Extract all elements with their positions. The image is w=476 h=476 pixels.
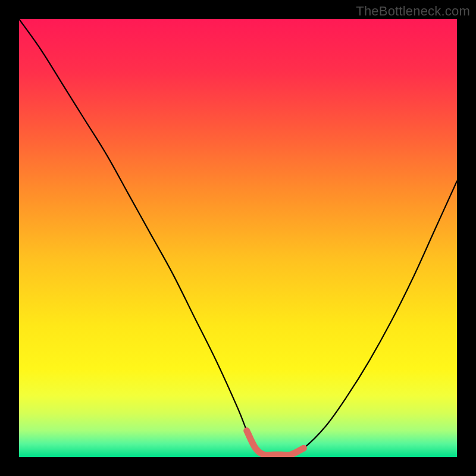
chart-frame: TheBottleneck.com — [0, 0, 476, 476]
curve-layer — [19, 19, 457, 457]
bottleneck-curve — [19, 19, 457, 455]
plot-area — [19, 19, 457, 457]
optimal-range-highlight — [247, 431, 304, 455]
watermark-text: TheBottleneck.com — [356, 4, 470, 19]
